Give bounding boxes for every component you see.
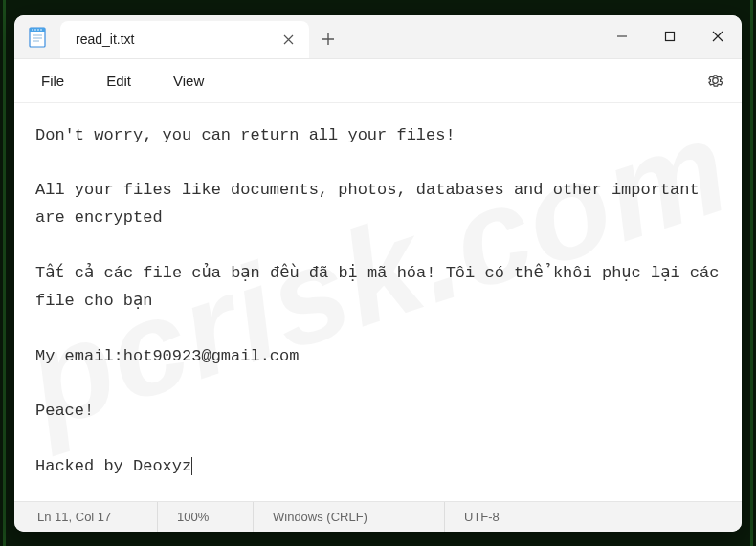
tab-title: read_it.txt: [76, 32, 271, 47]
settings-button[interactable]: [698, 63, 732, 98]
minimize-button[interactable]: [598, 15, 646, 58]
menu-edit[interactable]: Edit: [89, 67, 148, 95]
menu-view[interactable]: View: [156, 67, 221, 95]
maximize-button[interactable]: [646, 15, 694, 58]
window-controls: [598, 15, 742, 58]
status-eol: Windows (CRLF): [254, 502, 445, 532]
maximize-icon: [664, 31, 676, 42]
close-icon: [712, 31, 723, 42]
svg-point-4: [37, 29, 39, 31]
status-zoom[interactable]: 100%: [158, 502, 254, 532]
tab-close-button[interactable]: [278, 30, 298, 49]
gear-icon: [706, 72, 724, 90]
status-encoding: UTF-8: [445, 502, 579, 532]
menu-file[interactable]: File: [24, 67, 81, 95]
close-window-button[interactable]: [694, 15, 742, 58]
svg-rect-10: [666, 33, 675, 41]
status-position: Ln 11, Col 17: [14, 502, 158, 532]
titlebar: read_it.txt: [14, 15, 742, 59]
svg-point-3: [34, 29, 36, 31]
close-icon: [283, 34, 294, 45]
svg-point-2: [32, 29, 33, 31]
titlebar-drag-area[interactable]: [347, 15, 598, 58]
notepad-app-icon: [14, 15, 60, 58]
menubar: File Edit View: [14, 59, 742, 103]
minimize-icon: [616, 31, 628, 42]
tab-active[interactable]: read_it.txt: [60, 21, 309, 58]
text-editor[interactable]: Don't worry, you can return all your fil…: [14, 103, 742, 501]
editor-content: Don't worry, you can return all your fil…: [35, 126, 729, 476]
text-caret: [191, 457, 192, 475]
plus-icon: [322, 33, 335, 46]
new-tab-button[interactable]: [309, 21, 347, 58]
svg-point-5: [40, 29, 42, 31]
statusbar: Ln 11, Col 17 100% Windows (CRLF) UTF-8: [14, 501, 742, 532]
notepad-window: pcrisk.com read_it.txt: [14, 15, 742, 532]
